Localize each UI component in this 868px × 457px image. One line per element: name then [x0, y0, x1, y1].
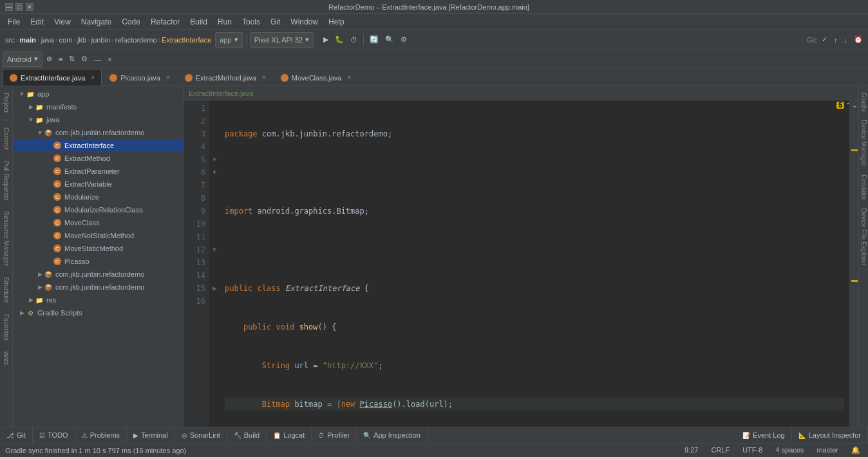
gradle-sidebar-btn[interactable]: Gradle [859, 89, 869, 116]
breadcrumb-junbin[interactable]: junbin [91, 36, 110, 44]
device-file-explorer-sidebar-btn[interactable]: Device File Explorer [859, 204, 869, 269]
git-push-button[interactable]: ↑ [831, 32, 840, 48]
tree-package-main[interactable]: ▼ 📦 com.jkb.junbin.refactordemo [13, 126, 183, 139]
menu-file[interactable]: File [3, 16, 25, 28]
notifications-icon[interactable]: 🔔 [849, 446, 863, 454]
tab-close-extractinterface[interactable]: × [91, 74, 95, 81]
bottom-tab-todo[interactable]: ☑ TODO [33, 427, 75, 443]
project-tool-btn[interactable]: Project [1, 88, 11, 118]
tree-manifests[interactable]: ▶ 📁 manifests [13, 100, 183, 113]
breadcrumb-src[interactable]: src [5, 36, 15, 44]
nav-list-button[interactable]: ≡ [56, 51, 65, 67]
tree-java[interactable]: ▼ 📁 java [13, 113, 183, 126]
device-dropdown[interactable]: Pixel XL API 32 ▾ [250, 32, 314, 48]
tree-package-3[interactable]: ▶ 📦 com.jkb.junbin.refactordemo [13, 281, 183, 294]
bottom-tab-eventlog[interactable]: 📝 Event Log [736, 427, 792, 443]
breadcrumb-jkb[interactable]: jkb [77, 36, 86, 44]
fold-6[interactable]: ▼ [209, 166, 220, 179]
tree-extractinterface[interactable]: ▶ C ExtractInterface [13, 139, 183, 152]
cursor-position[interactable]: 9:27 [682, 446, 701, 454]
bottom-tab-profiler[interactable]: ⏱ Profiler [312, 427, 357, 443]
structure-tool-btn[interactable]: Structure [1, 272, 11, 308]
menu-refactor[interactable]: Refactor [146, 16, 185, 28]
tree-movenotstaticmethod[interactable]: ▶ C MoveNotStaticMethod [13, 229, 183, 242]
minimize-button[interactable]: — [5, 3, 13, 11]
git-branch[interactable]: master [814, 446, 841, 454]
git-commit-button[interactable]: ✓ [819, 32, 830, 48]
git-pull-button[interactable]: ↓ [842, 32, 851, 48]
pull-requests-tool-btn[interactable]: Pull Requests [1, 156, 11, 206]
encoding[interactable]: UTF-8 [740, 446, 765, 454]
run-button[interactable]: ▶ [321, 32, 331, 48]
menu-run[interactable]: Run [212, 16, 237, 28]
tree-gradle-scripts[interactable]: ▶ ⚙ Gradle Scripts [13, 306, 183, 319]
fold-15[interactable]: ▶ [209, 282, 220, 295]
menu-view[interactable]: View [49, 16, 76, 28]
bottom-tab-logcat[interactable]: 📋 Logcat [267, 427, 312, 443]
nav-sort-button[interactable]: ⇅ [66, 51, 77, 67]
breadcrumb-class[interactable]: ExtractInterface [162, 36, 211, 44]
favorites-tool-btn[interactable]: Favorites [1, 309, 11, 346]
resource-manager-tool-btn[interactable]: Resource Manager [1, 206, 11, 271]
maximize-button[interactable]: □ [15, 3, 23, 11]
menu-edit[interactable]: Edit [25, 16, 49, 28]
fold-5[interactable]: ▼ [209, 153, 220, 166]
bottom-tab-appinspection[interactable]: 🔍 App Inspection [357, 427, 428, 443]
tree-app[interactable]: ▼ 📁 app [13, 88, 183, 100]
git-history-button[interactable]: ⏰ [851, 32, 865, 48]
settings-button[interactable]: ⚙ [398, 32, 410, 48]
menu-navigate[interactable]: Navigate [76, 16, 117, 28]
giants-tool-btn[interactable]: iants [1, 346, 11, 370]
bottom-tab-sonarlint[interactable]: ◎ SonarLint [175, 427, 227, 443]
commit-tool-btn[interactable]: Commit [1, 122, 11, 154]
sync-button[interactable]: 🔄 [367, 32, 381, 48]
profile-button[interactable]: ⏱ [348, 32, 360, 48]
tree-extractmethod[interactable]: ▶ C ExtractMethod [13, 152, 183, 165]
tree-extractvariable[interactable]: ▶ C ExtractVariable [13, 178, 183, 191]
tree-res[interactable]: ▶ 📁 res [13, 294, 183, 306]
project-view-dropdown[interactable]: Android ▾ [3, 51, 42, 67]
breadcrumb-java[interactable]: java [41, 36, 54, 44]
line-ending[interactable]: CRLF [708, 446, 732, 454]
bottom-tab-build[interactable]: 🔨 Build [227, 427, 267, 443]
debug-button[interactable]: 🐛 [332, 32, 346, 48]
tab-extractmethod[interactable]: ExtractMethod.java × [178, 69, 273, 86]
menu-git[interactable]: Git [265, 16, 285, 28]
tree-picasso[interactable]: ▶ C Picasso [13, 255, 183, 268]
tree-moveclass[interactable]: ▶ C MoveClass [13, 216, 183, 229]
menu-window[interactable]: Window [285, 16, 323, 28]
menu-tools[interactable]: Tools [237, 16, 265, 28]
bottom-tab-layoutinspector[interactable]: 📐 Layout Inspector [792, 427, 868, 443]
tab-moveclass[interactable]: MoveClass.java × [274, 69, 358, 86]
tree-package-2[interactable]: ▶ 📦 com.jkb.junbin.refactordemo [13, 268, 183, 281]
bottom-tab-problems[interactable]: ⚠ Problems [75, 427, 127, 443]
fold-12[interactable]: ▼ [209, 243, 220, 256]
tab-close-picasso[interactable]: × [166, 74, 170, 81]
breadcrumb-com[interactable]: com [59, 36, 73, 44]
tab-close-extractmethod[interactable]: × [262, 74, 266, 81]
app-dropdown[interactable]: app ▾ [215, 32, 242, 48]
close-button[interactable]: ✕ [26, 3, 33, 11]
bottom-tab-terminal[interactable]: ▶ Terminal [127, 427, 175, 443]
breadcrumb-main[interactable]: main [19, 36, 36, 44]
menu-help[interactable]: Help [323, 16, 350, 28]
search-button[interactable]: 🔍 [382, 32, 397, 48]
menu-code[interactable]: Code [117, 16, 146, 28]
menu-build[interactable]: Build [185, 16, 212, 28]
editor-minimap-scrollbar[interactable]: 5 ⌃ ⌄ [849, 100, 858, 427]
nav-minimize-button[interactable]: — [91, 51, 104, 67]
emulator-sidebar-btn[interactable]: Emulator [859, 171, 869, 204]
tree-movestaticmethod[interactable]: ▶ C MoveStaticMethod [13, 242, 183, 255]
tab-close-moveclass[interactable]: × [347, 74, 351, 81]
indent-setting[interactable]: 4 spaces [773, 446, 806, 454]
tab-picasso[interactable]: Picasso.java × [102, 69, 177, 86]
tree-extractparameter[interactable]: ▶ C ExtractParameter [13, 165, 183, 178]
tree-modularizerelation[interactable]: ▶ C ModularizeRelationClass [13, 203, 183, 216]
nav-scope-button[interactable]: ⊕ [44, 51, 55, 67]
device-manager-sidebar-btn[interactable]: Device Manager [859, 116, 869, 171]
code-editor[interactable]: package com.jkb.junbin.refactordemo; imp… [220, 100, 849, 427]
tab-extractinterface[interactable]: ExtractInterface.java × [3, 69, 102, 86]
nav-settings-button[interactable]: ⚙ [79, 51, 90, 67]
breadcrumb-refactordemo[interactable]: refactordemo [115, 36, 157, 44]
bottom-tab-git[interactable]: ⎇ Git [0, 427, 33, 443]
